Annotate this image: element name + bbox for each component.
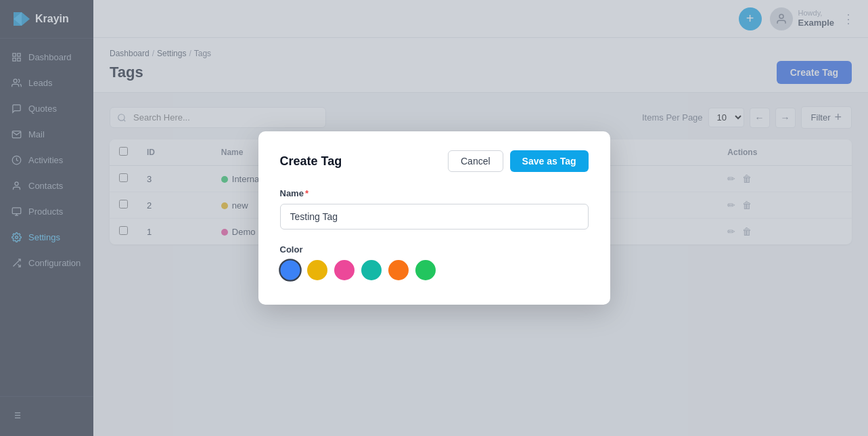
modal-overlay: Create Tag Cancel Save as Tag Name* Colo… xyxy=(0,0,868,436)
color-teal[interactable] xyxy=(361,260,382,280)
modal-title: Create Tag xyxy=(280,154,342,169)
tag-name-input[interactable] xyxy=(280,204,589,230)
color-pink[interactable] xyxy=(334,260,355,280)
required-star: * xyxy=(305,188,309,198)
name-field-label: Name* xyxy=(280,188,589,198)
color-green[interactable] xyxy=(415,260,436,280)
modal-body: Name* Color xyxy=(280,188,589,280)
create-tag-modal: Create Tag Cancel Save as Tag Name* Colo… xyxy=(258,131,610,305)
color-orange[interactable] xyxy=(388,260,409,280)
color-yellow[interactable] xyxy=(307,260,327,280)
modal-cancel-button[interactable]: Cancel xyxy=(448,150,503,172)
modal-action-buttons: Cancel Save as Tag xyxy=(448,150,589,172)
modal-save-button[interactable]: Save as Tag xyxy=(510,150,589,172)
modal-header: Create Tag Cancel Save as Tag xyxy=(280,150,589,172)
color-blue[interactable] xyxy=(279,259,302,282)
color-picker xyxy=(280,260,589,280)
color-field-label: Color xyxy=(280,244,589,255)
